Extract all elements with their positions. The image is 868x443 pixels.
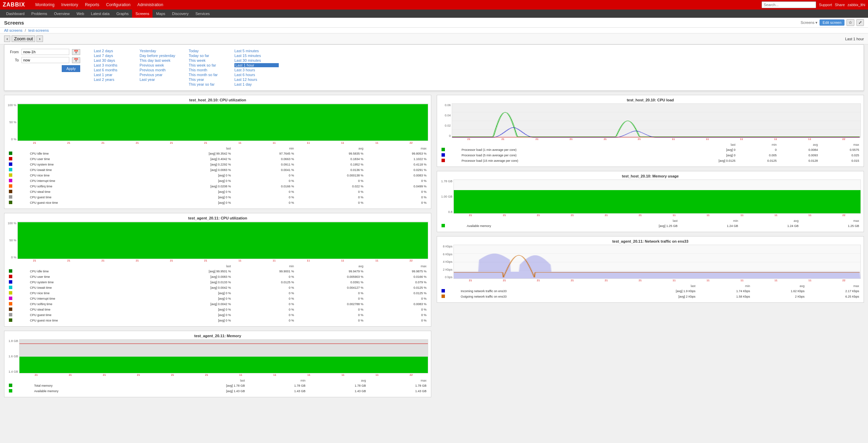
top-bar: ZABBIX Monitoring Inventory Reports Conf… — [0, 0, 868, 10]
zabbix-logo: ZABBIX — [3, 2, 25, 8]
quick-this-week-so-far[interactable]: This week so far — [189, 63, 233, 67]
user-link[interactable]: zabbix_lthi — [848, 3, 865, 7]
quick-this-week[interactable]: This week — [189, 58, 233, 62]
sec-nav-graphs[interactable]: Graphs — [113, 10, 132, 18]
page-header: Screens Screens ▾ Edit screen ☆ ⤢ — [0, 18, 868, 28]
breadcrumb-current[interactable]: test-screens — [28, 28, 49, 32]
cpu-util-1-y-axis: 100 %50 %0 % — [7, 103, 17, 141]
quick-day-before-yesterday[interactable]: Day before yesterday — [140, 54, 187, 58]
quick-last-30-min[interactable]: Last 30 minutes — [234, 58, 279, 62]
quick-last-30-days[interactable]: Last 30 days — [94, 58, 138, 62]
next-time-button[interactable]: › — [37, 35, 43, 42]
fullscreen-button[interactable]: ⤢ — [856, 19, 864, 26]
nav-reports[interactable]: Reports — [82, 0, 103, 10]
quick-this-year-so-far[interactable]: This year so far — [189, 82, 233, 86]
legend-row: CPU guest nice time[avg] 0 %0 %0 %0 % — [8, 200, 428, 205]
sec-nav-services[interactable]: Services — [192, 10, 213, 18]
sec-nav-discovery[interactable]: Discovery — [169, 10, 192, 18]
quick-links-grid: Last 2 days Yesterday Today Last 5 minut… — [94, 49, 279, 86]
apply-button[interactable]: Apply — [62, 65, 80, 72]
quick-previous-week[interactable]: Previous week — [140, 63, 187, 67]
nav-administration[interactable]: Administration — [134, 0, 167, 10]
quick-this-month-so-far[interactable]: This month so far — [189, 73, 233, 77]
right-column: test_host_20.10: CPU load 0.060.040.020 … — [437, 95, 864, 397]
cpu-util-2-legend: lastminavgmax CPU idle time[avg] 99.9501… — [7, 263, 428, 324]
cpu-util-1-legend: lastminavgmax CPU idle time[avg] 99.3542… — [7, 146, 428, 206]
quick-previous-year[interactable]: Previous year — [140, 73, 187, 77]
to-input[interactable] — [21, 57, 69, 63]
breadcrumb-all-screens[interactable]: All screens — [4, 28, 23, 32]
mem-agent-chart-area — [19, 339, 428, 373]
cpu-load-chart-area — [452, 103, 861, 138]
cpu-util-1-title: test_host_20.10: CPU utilization — [7, 98, 428, 102]
nav-configuration[interactable]: Configuration — [103, 0, 134, 10]
cpu-load-y-axis: 0.060.040.020 — [440, 103, 452, 138]
nav-monitoring[interactable]: Monitoring — [32, 0, 58, 10]
quick-last-2-years[interactable]: Last 2 years — [94, 77, 138, 82]
from-input[interactable] — [21, 49, 69, 55]
legend-row: CPU iowait time[avg] 0.0083 %0.0041 %0.0… — [8, 168, 428, 172]
main-content: test_host_20.10: CPU utilization 100 %50… — [0, 91, 868, 401]
quick-last-15-min[interactable]: Last 15 minutes — [234, 54, 279, 58]
quick-last-1-year[interactable]: Last 1 year — [94, 73, 138, 77]
quick-last-3-months[interactable]: Last 3 months — [94, 63, 138, 67]
top-right-controls: Support Share zabbix_lthi — [762, 1, 865, 8]
quick-last-1-day[interactable]: Last 1 day — [234, 82, 279, 86]
quick-last-year[interactable]: Last year — [140, 77, 187, 82]
sec-nav-latest-data[interactable]: Latest data — [88, 10, 113, 18]
quick-last-7-days[interactable]: Last 7 days — [94, 54, 138, 58]
mem-agent-legend: lastminavgmax Total memory[avg] 1.78 GB1… — [7, 378, 428, 394]
legend-row: CPU system time[avg] 0.2292 %0.0911 %0.1… — [8, 162, 428, 167]
mem-host-x-labels: 212121212121111111111122 — [453, 214, 861, 217]
quick-previous-month[interactable]: Previous month — [140, 68, 187, 72]
current-time-range: Last 1 hour — [845, 37, 864, 41]
edit-screen-button[interactable]: Edit screen — [820, 19, 844, 26]
share-link[interactable]: Share — [835, 3, 845, 7]
quick-this-year[interactable]: This year — [189, 77, 233, 82]
from-calendar-button[interactable]: 📅 — [72, 49, 80, 55]
legend-row: CPU idle time[avg] 99.3542 %97.7645 %99.… — [8, 151, 428, 156]
breadcrumb: All screens / test-screens — [0, 28, 868, 33]
screens-dropdown: Screens ▾ — [801, 20, 818, 25]
quick-last-6-months[interactable]: Last 6 months — [94, 68, 138, 72]
net-traffic-y-axis: 8 Kbps6 Kbps4 Kbps2 Kbps0 bps — [440, 245, 453, 279]
quick-last-1-hour[interactable]: Last 1 hour — [234, 63, 279, 67]
sec-nav-maps[interactable]: Maps — [153, 10, 169, 18]
quick-last-6-hours[interactable]: Last 6 hours — [234, 73, 279, 77]
prev-time-button[interactable]: ‹ — [4, 35, 10, 42]
cpu-util-1-chart-area — [17, 103, 428, 141]
cpu-util-2-x-labels: 212121212121111111111122 — [17, 259, 428, 262]
page-title: Screens — [4, 20, 24, 26]
quick-last-2-days[interactable]: Last 2 days — [94, 49, 138, 53]
star-button[interactable]: ☆ — [847, 19, 854, 26]
sec-nav-web[interactable]: Web — [73, 10, 87, 18]
quick-last-12-hours[interactable]: Last 12 hours — [234, 77, 279, 82]
quick-this-day-last-week[interactable]: This day last week — [140, 58, 187, 62]
sec-nav-overview[interactable]: Overview — [50, 10, 73, 18]
sec-nav-dashboard[interactable]: Dashboard — [3, 10, 28, 18]
breadcrumb-separator: / — [25, 28, 27, 32]
legend-row: CPU nice time[avg] 0 %0 %0 %0.0125 % — [8, 291, 428, 296]
quick-yesterday[interactable]: Yesterday — [140, 49, 187, 53]
to-calendar-button[interactable]: 📅 — [72, 57, 80, 63]
search-input[interactable] — [762, 1, 816, 8]
nav-inventory[interactable]: Inventory — [58, 0, 82, 10]
sec-nav-screens[interactable]: Screens — [132, 10, 153, 18]
legend-row: Outgoing network traffic on ens33[avg] 2… — [440, 294, 860, 299]
quick-last-5-min[interactable]: Last 5 minutes — [234, 49, 279, 53]
quick-last-3-hours[interactable]: Last 3 hours — [234, 68, 279, 72]
quick-this-month[interactable]: This month — [189, 68, 233, 72]
zoom-out-button[interactable]: Zoom out — [12, 35, 35, 42]
quick-today-so-far[interactable]: Today so far — [189, 54, 233, 58]
to-label: To — [9, 58, 19, 62]
mem-host-chart-area — [453, 180, 861, 214]
support-link[interactable]: Support — [819, 3, 832, 7]
legend-row: CPU interrupt time[avg] 0 %0 %0 %0 % — [8, 296, 428, 301]
cpu-util-2-panel: test_agent_20.11: CPU utilization 100 %5… — [4, 213, 431, 327]
sec-nav-problems[interactable]: Problems — [28, 10, 50, 18]
net-traffic-title: test_agent_20.11: Network traffic on ens… — [440, 239, 861, 243]
mem-host-title: test_host_20.10: Memory usage — [440, 174, 861, 178]
time-popup: From 📅 To 📅 Apply Last 2 days Yesterday … — [4, 44, 864, 91]
quick-today[interactable]: Today — [189, 49, 233, 53]
zoom-controls: ‹ Zoom out › — [4, 35, 43, 42]
